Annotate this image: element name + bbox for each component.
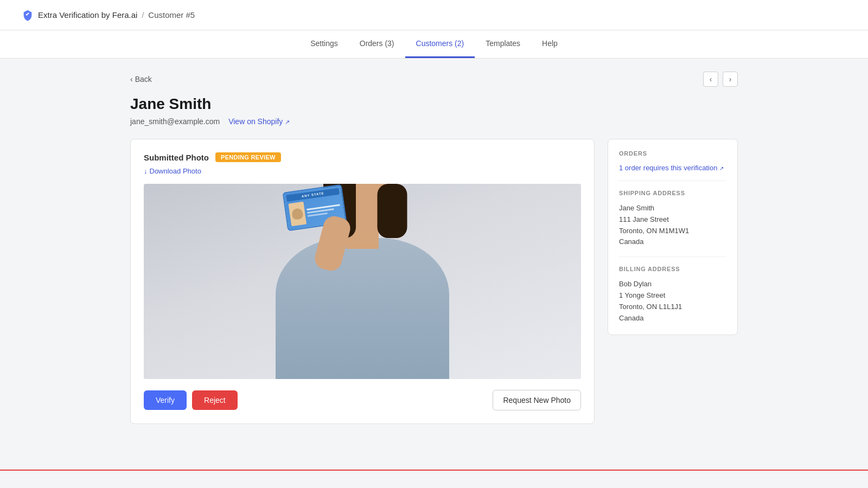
customer-email: jane_smith@example.com — [130, 117, 220, 126]
orders-section-title: ORDERS — [619, 150, 726, 157]
back-label: Back — [135, 75, 152, 84]
shipping-street: 111 Jane Street — [619, 214, 726, 226]
content-layout: Submitted Photo Pending Review ↓ Downloa… — [130, 139, 738, 424]
nav-help[interactable]: Help — [531, 30, 569, 58]
billing-section-title: BILLING ADDRESS — [619, 266, 726, 272]
billing-street: 1 Yonge Street — [619, 290, 726, 301]
status-badge: Pending Review — [215, 152, 281, 162]
photo-card: Submitted Photo Pending Review ↓ Downloa… — [130, 139, 595, 424]
shipping-country: Canada — [619, 236, 726, 248]
back-nav: ‹ Back ‹ › — [130, 72, 738, 87]
request-new-photo-button[interactable]: Request New Photo — [493, 390, 581, 410]
nav-customers[interactable]: Customers (2) — [405, 30, 475, 58]
nav-orders[interactable]: Orders (3) — [349, 30, 405, 58]
shipping-city-state: Toronto, ON M1M1W1 — [619, 226, 726, 237]
sidebar-card: ORDERS 1 order requires this verificatio… — [608, 139, 738, 335]
download-icon: ↓ — [144, 167, 148, 175]
billing-address: Bob Dylan 1 Yonge Street Toronto, ON L1L… — [619, 279, 726, 324]
back-link[interactable]: ‹ Back — [130, 75, 152, 84]
header-separator: / — [142, 11, 144, 20]
action-buttons-left: Verify Reject — [144, 390, 238, 410]
orders-link[interactable]: 1 order requires this verification ↗ — [619, 164, 724, 172]
main-nav: Settings Orders (3) Customers (2) Templa… — [0, 30, 868, 59]
main-content: ‹ Back ‹ › Jane Smith jane_smith@example… — [108, 59, 760, 437]
sidebar: ORDERS 1 order requires this verificatio… — [608, 139, 738, 335]
download-photo-link[interactable]: ↓ Download Photo — [144, 167, 201, 175]
billing-name: Bob Dylan — [619, 279, 726, 290]
chevron-left-icon: ‹ — [130, 75, 133, 84]
shield-icon — [22, 9, 34, 21]
photo-title: Submitted Photo — [144, 153, 209, 162]
verify-button[interactable]: Verify — [144, 390, 187, 410]
page-title: Jane Smith — [130, 95, 738, 113]
customer-meta: jane_smith@example.com View on Shopify ↗ — [130, 117, 738, 126]
next-arrow-button[interactable]: › — [723, 72, 738, 87]
photo-image: ANY STATE — [144, 184, 581, 379]
header-customer: Customer #5 — [148, 10, 195, 20]
nav-arrows: ‹ › — [703, 72, 738, 87]
shipping-address: Jane Smith 111 Jane Street Toronto, ON M… — [619, 203, 726, 248]
divider-2 — [619, 256, 726, 257]
external-link-icon: ↗ — [719, 165, 724, 171]
nav-templates[interactable]: Templates — [475, 30, 531, 58]
header: Extra Verification by Fera.ai / Customer… — [0, 0, 868, 30]
divider-1 — [619, 181, 726, 181]
billing-country: Canada — [619, 313, 726, 324]
prev-arrow-button[interactable]: ‹ — [703, 72, 718, 87]
photo-header: Submitted Photo Pending Review — [144, 152, 581, 162]
external-link-icon: ↗ — [285, 119, 290, 125]
shipping-name: Jane Smith — [619, 203, 726, 214]
billing-city-state: Toronto, ON L1L1J1 — [619, 301, 726, 313]
footer-bar — [0, 470, 868, 471]
brand-name: Extra Verification by Fera.ai — [38, 10, 137, 20]
nav-settings[interactable]: Settings — [299, 30, 349, 58]
photo-actions: Verify Reject Request New Photo — [144, 390, 581, 410]
shipping-section-title: SHIPPING ADDRESS — [619, 190, 726, 196]
reject-button[interactable]: Reject — [192, 390, 238, 410]
view-shopify-link[interactable]: View on Shopify ↗ — [228, 117, 290, 126]
brand: Extra Verification by Fera.ai — [22, 9, 137, 21]
